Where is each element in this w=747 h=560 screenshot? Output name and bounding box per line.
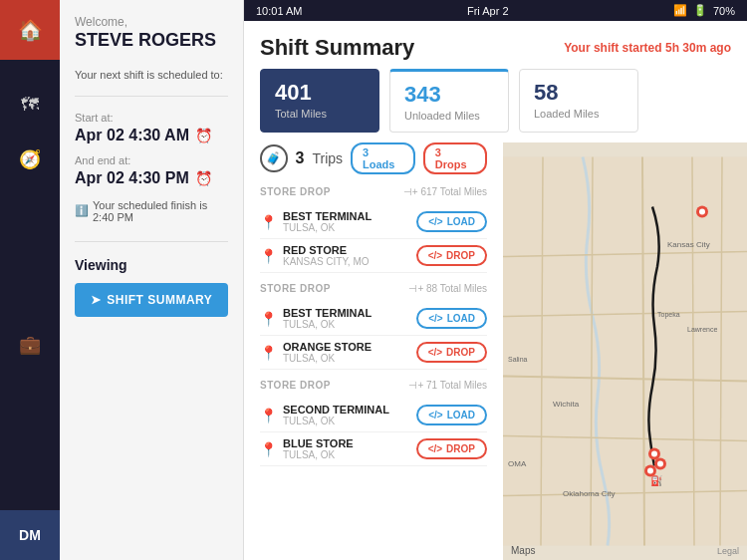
loaded-miles-label: Loaded Miles <box>534 108 623 120</box>
drops-badge: 3 Drops <box>423 142 487 174</box>
welcome-label: Welcome, <box>75 15 228 29</box>
store-left-1-2: 📍 RED STORE KANSAS CITY, MO <box>260 244 370 267</box>
loaded-miles-value: 58 <box>534 80 623 106</box>
store-drop-section-3: STORE DROP ⊣+ 71 Total Miles 📍 SECOND TE… <box>260 378 487 466</box>
store-item-1-1: 📍 BEST TERMINAL TULSA, OK </> LOAD <box>260 205 487 239</box>
load-badge-1-1[interactable]: </> LOAD <box>416 211 487 232</box>
drop-badge-3-2[interactable]: </> DROP <box>416 438 487 459</box>
store-drop-section-1: STORE DROP ⊣+ 617 Total Miles 📍 BEST TER… <box>260 184 487 273</box>
status-day: Fri Apr 2 <box>467 5 509 17</box>
total-miles-card: 401 Total Miles <box>260 69 379 133</box>
pin-icon-1-2: 📍 <box>260 248 277 264</box>
store-item-3-2: 📍 BLUE STORE TULSA, OK </> DROP <box>260 432 487 466</box>
shift-started-text: Your shift started 5h 30m ago <box>564 41 731 55</box>
drop-badge-1-2[interactable]: </> DROP <box>416 245 487 266</box>
main-content: 10:01 AM Fri Apr 2 📶 🔋 70% Shift Summary… <box>244 0 747 560</box>
svg-point-19 <box>699 209 705 215</box>
store-info-3-1: SECOND TERMINAL TULSA, OK <box>283 404 389 426</box>
status-time: 10:01 AM <box>256 5 302 17</box>
store-item-2-1: 📍 BEST TERMINAL TULSA, OK </> LOAD <box>260 302 487 336</box>
user-avatar[interactable]: DM <box>0 510 60 560</box>
store-drop-header-1: STORE DROP ⊣+ 617 Total Miles <box>260 184 487 199</box>
code-icon-3-2: </> <box>428 443 442 454</box>
wifi-icon: 📶 <box>673 4 687 17</box>
status-right: 📶 🔋 70% <box>673 4 735 17</box>
trips-header: 🧳 3 Trips 3 Loads 3 Drops <box>260 142 487 174</box>
store-drop-title-1: STORE DROP <box>260 186 331 197</box>
store-info-2-1: BEST TERMINAL TULSA, OK <box>283 307 372 330</box>
store-location-3-2: TULSA, OK <box>283 449 354 460</box>
map-column: Kansas City Salina Wichita OMA Oklahoma … <box>503 142 747 560</box>
svg-text:Lawrence: Lawrence <box>687 326 717 333</box>
shift-summary-button[interactable]: ➤ SHIFT SUMMARY <box>75 283 228 317</box>
code-icon-2-2: </> <box>428 347 442 358</box>
store-left-1-1: 📍 BEST TERMINAL TULSA, OK <box>260 210 372 233</box>
stats-row: 401 Total Miles 343 Unloaded Miles 58 Lo… <box>244 69 747 142</box>
start-at-label: Start at: <box>75 112 228 124</box>
suitcase-icon: 🧳 <box>266 151 281 165</box>
next-shift-label: Your next shift is scheduled to: <box>75 69 228 81</box>
store-location-1-1: TULSA, OK <box>283 222 372 233</box>
pin-icon-3-1: 📍 <box>260 408 277 423</box>
clock-icon-start: ⏰ <box>195 128 212 143</box>
end-time-value: Apr 02 4:30 PM <box>75 169 189 187</box>
store-drop-miles-3: ⊣+ 71 Total Miles <box>408 380 487 391</box>
store-drop-miles-2: ⊣+ 88 Total Miles <box>408 283 487 294</box>
store-name-2-1: BEST TERMINAL <box>283 307 372 319</box>
trips-label: Trips <box>312 150 343 166</box>
store-drop-title-2: STORE DROP <box>260 283 331 294</box>
trips-column: 🧳 3 Trips 3 Loads 3 Drops STORE DROP ⊣+ … <box>244 142 503 560</box>
svg-point-21 <box>651 451 657 457</box>
battery-level: 70% <box>713 5 735 17</box>
total-miles-label: Total Miles <box>275 108 365 120</box>
page-title: Shift Summary <box>260 35 414 61</box>
svg-point-23 <box>657 461 663 467</box>
code-icon-2-1: </> <box>428 313 442 324</box>
svg-text:Wichita: Wichita <box>553 400 580 409</box>
store-location-3-1: TULSA, OK <box>283 416 389 426</box>
svg-text:Topeka: Topeka <box>657 311 680 319</box>
home-icon: 🏠 <box>18 18 43 42</box>
svg-rect-0 <box>503 157 747 546</box>
content-header: Shift Summary Your shift started 5h 30m … <box>244 21 747 69</box>
status-bar: 10:01 AM Fri Apr 2 📶 🔋 70% <box>244 0 747 21</box>
code-icon-3-1: </> <box>428 410 442 420</box>
bottom-section: 🧳 3 Trips 3 Loads 3 Drops STORE DROP ⊣+ … <box>244 142 747 560</box>
sidebar-home-button[interactable]: 🏠 <box>0 0 60 60</box>
store-left-3-2: 📍 BLUE STORE TULSA, OK <box>260 437 354 460</box>
svg-text:⛽: ⛽ <box>650 474 663 487</box>
unloaded-miles-label: Unloaded Miles <box>404 110 494 122</box>
load-badge-3-1[interactable]: </> LOAD <box>416 405 487 425</box>
battery-icon: 🔋 <box>693 4 707 17</box>
code-icon-1-1: </> <box>428 216 442 227</box>
sidebar-item-compass[interactable]: 🧭 <box>0 135 60 184</box>
trips-icon: 🧳 <box>260 144 288 172</box>
bag-icon: 💼 <box>19 334 41 356</box>
store-name-3-1: SECOND TERMINAL <box>283 404 389 416</box>
store-drop-section-2: STORE DROP ⊣+ 88 Total Miles 📍 BEST TERM… <box>260 281 487 370</box>
store-info-3-2: BLUE STORE TULSA, OK <box>283 437 354 460</box>
pin-icon-2-2: 📍 <box>260 345 277 361</box>
store-left-3-1: 📍 SECOND TERMINAL TULSA, OK <box>260 404 389 426</box>
sidebar-item-map[interactable]: 🗺 <box>0 80 60 130</box>
store-info-2-2: ORANGE STORE TULSA, OK <box>283 341 372 364</box>
loaded-miles-card: 58 Loaded Miles <box>519 69 638 133</box>
start-time-value: Apr 02 4:30 AM <box>75 127 189 144</box>
code-icon-1-2: </> <box>428 250 442 261</box>
svg-text:Oklahoma City: Oklahoma City <box>563 489 615 498</box>
send-icon: ➤ <box>91 293 102 307</box>
loads-badge: 3 Loads <box>351 142 415 174</box>
store-name-2-2: ORANGE STORE <box>283 341 372 353</box>
sidebar-item-bag[interactable]: 💼 <box>0 320 60 370</box>
divider-1 <box>75 96 228 97</box>
store-info-1-1: BEST TERMINAL TULSA, OK <box>283 210 372 233</box>
pin-icon-2-1: 📍 <box>260 311 277 327</box>
drop-badge-2-2[interactable]: </> DROP <box>416 342 487 363</box>
load-badge-2-1[interactable]: </> LOAD <box>416 308 487 329</box>
map-icon: 🗺 <box>21 95 39 116</box>
avatar-initials: DM <box>19 527 41 543</box>
store-drop-header-3: STORE DROP ⊣+ 71 Total Miles <box>260 378 487 393</box>
store-left-2-2: 📍 ORANGE STORE TULSA, OK <box>260 341 372 364</box>
shift-started-suffix: ago <box>710 41 731 55</box>
unloaded-miles-card: 343 Unloaded Miles <box>389 69 509 133</box>
